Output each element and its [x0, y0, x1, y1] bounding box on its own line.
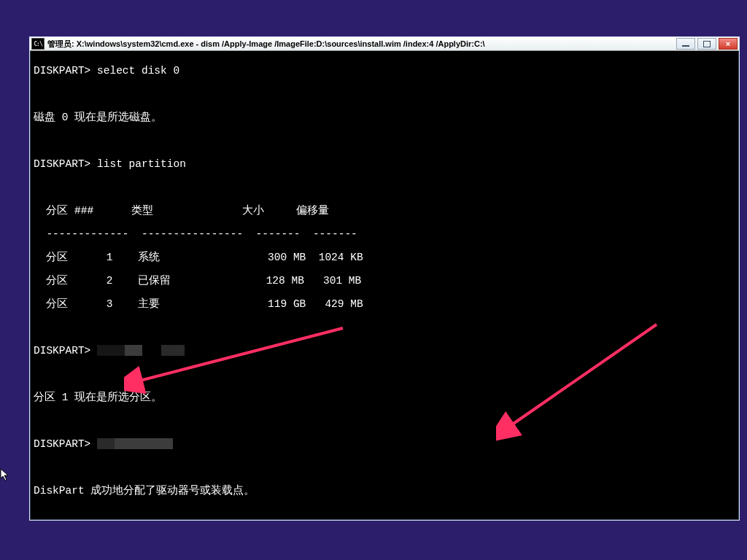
hdr-partition: 分区 ###	[46, 205, 93, 217]
redacted-block	[97, 438, 115, 449]
redacted-block	[125, 345, 142, 356]
cmd-window: C:\ 管理员: X:\windows\system32\cmd.exe - d…	[29, 36, 740, 521]
partition-row: 分区 3 主要 119 GB 429 MB	[34, 298, 735, 310]
msg-disk-selected: 磁盘 0 现在是所选磁盘。	[34, 112, 735, 123]
msg-assign-ok: DiskPart 成功地分配了驱动器号或装载点。	[34, 485, 735, 497]
sep: ----------------	[142, 228, 243, 240]
title-prefix: 管理员:	[47, 39, 77, 48]
partition-row: 分区 1 系统 300 MB 1024 KB	[34, 252, 735, 263]
window-controls: ×	[676, 38, 738, 50]
msg-part1-selected: 分区 1 现在是所选分区。	[34, 392, 735, 403]
redacted-block	[115, 438, 173, 449]
sep: -------	[256, 228, 301, 240]
partition-row: 分区 2 已保留 128 MB 301 MB	[34, 275, 735, 287]
hdr-type: 类型	[131, 205, 153, 217]
cmd-list-partition: list partition	[97, 158, 186, 170]
sep: -------------	[46, 228, 128, 240]
hdr-offset: 偏移量	[296, 205, 329, 217]
maximize-button[interactable]	[697, 38, 716, 50]
title-path: X:\windows\system32\cmd.exe - dism /Appl…	[77, 39, 485, 48]
terminal-output[interactable]: DISKPART> select disk 0 磁盘 0 现在是所选磁盘。 DI…	[31, 52, 738, 519]
cmd-icon: C:\	[31, 38, 44, 50]
diskpart-prompt: DISKPART>	[34, 438, 90, 450]
hdr-size: 大小	[242, 205, 264, 217]
mouse-cursor-icon	[0, 468, 10, 483]
redacted-block	[161, 345, 185, 356]
sep: -------	[313, 228, 357, 240]
titlebar: C:\ 管理员: X:\windows\system32\cmd.exe - d…	[30, 37, 739, 51]
diskpart-prompt: DISKPART>	[34, 65, 90, 77]
window-title: 管理员: X:\windows\system32\cmd.exe - dism …	[47, 39, 676, 50]
cmd-select-disk: select disk 0	[97, 65, 179, 77]
diskpart-prompt: DISKPART>	[34, 345, 90, 357]
diskpart-prompt: DISKPART>	[34, 158, 90, 170]
close-button[interactable]: ×	[719, 38, 738, 50]
minimize-button[interactable]	[676, 38, 695, 50]
redacted-block	[97, 345, 125, 356]
